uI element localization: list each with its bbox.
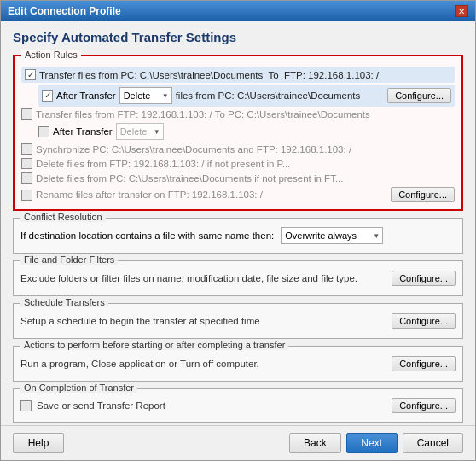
on-completion-row: Save or send Transfer Report Configure..… [20, 394, 456, 417]
conflict-dropdown[interactable]: Overwrite always Skip Ask me [281, 227, 383, 244]
file-folder-configure-button[interactable]: Configure... [392, 271, 456, 286]
rule1-dropdown[interactable]: Delete Move Nothing [119, 87, 172, 104]
actions-before-after-section: Actions to perform before starting or af… [13, 346, 463, 382]
conflict-resolution-section: Conflict Resolution If destination locat… [13, 218, 463, 254]
schedule-transfers-text: Setup a schedule to begin the transfer a… [20, 312, 260, 330]
on-completion-text: Save or send Transfer Report [37, 400, 165, 411]
actions-before-after-text: Run a program, Close application or Turn… [20, 355, 259, 372]
rule2-sub-row: After Transfer Delete [38, 121, 455, 142]
rule6-text: Rename files after transfer on FTP: 192.… [36, 190, 387, 200]
close-button[interactable]: ✕ [455, 5, 468, 17]
rule3-checkbox[interactable] [21, 143, 32, 155]
action-rules-label: Action Rules [21, 50, 81, 60]
file-folder-filters-label: File and Folder Filters [20, 254, 118, 265]
rule4-checkbox[interactable] [21, 158, 32, 169]
rule5-checkbox[interactable] [21, 172, 32, 184]
schedule-configure-button[interactable]: Configure... [392, 313, 456, 329]
rule2-after-transfer-label: After Transfer [53, 126, 113, 137]
rule-row-6: Rename files after transfer on FTP: 192.… [21, 185, 455, 204]
rule3-text: Synchronize PC: C:\Users\trainee\Documen… [36, 144, 455, 155]
rule-row-3: Synchronize PC: C:\Users\trainee\Documen… [21, 142, 455, 156]
rule-row-1: Transfer files from PC: C:\Users\trainee… [21, 67, 455, 83]
schedule-transfers-section: Schedule Transfers Setup a schedule to b… [13, 303, 463, 339]
action-rules-section: Action Rules Transfer files from PC: C:\… [13, 55, 463, 211]
back-button[interactable]: Back [289, 433, 341, 453]
on-completion-section: On Completion of Transfer Save or send T… [13, 388, 463, 423]
rule2-dropdown-wrapper: Delete [116, 123, 164, 140]
rule-row-4: Delete files from FTP: 192.168.1.103: / … [21, 156, 455, 171]
rule-row-2: Transfer files from FTP: 192.168.1.103: … [21, 107, 455, 121]
rule2-dropdown[interactable]: Delete [116, 123, 164, 140]
rule1-after-text: files from PC: C:\Users\trainee\Document… [176, 90, 384, 101]
on-completion-configure-button[interactable]: Configure... [392, 398, 456, 413]
next-button[interactable]: Next [346, 433, 398, 453]
rule4-text: Delete files from FTP: 192.168.1.103: / … [36, 159, 455, 169]
main-window: Edit Connection Profile ✕ Specify Automa… [0, 0, 476, 461]
on-completion-left: Save or send Transfer Report [20, 400, 165, 411]
rule2-after-transfer-checkbox[interactable] [38, 126, 49, 137]
footer-right: Back Next Cancel [289, 433, 463, 453]
action-rules-content: Transfer files from PC: C:\Users\trainee… [21, 67, 455, 204]
actions-configure-button[interactable]: Configure... [392, 356, 456, 371]
title-bar: Edit Connection Profile ✕ [1, 1, 475, 21]
conflict-resolution-label: Conflict Resolution [20, 212, 106, 222]
on-completion-label: On Completion of Transfer [20, 382, 137, 393]
rule-row-5: Delete files from PC: C:\Users\trainee\D… [21, 171, 455, 185]
schedule-transfers-label: Schedule Transfers [20, 297, 108, 307]
rule1-sub-row: After Transfer Delete Move Nothing files… [38, 85, 455, 107]
window-title: Edit Connection Profile [8, 5, 121, 17]
on-completion-checkbox[interactable] [20, 400, 32, 411]
rule6-configure-button[interactable]: Configure... [391, 187, 455, 202]
schedule-transfers-row: Setup a schedule to begin the transfer a… [20, 309, 456, 333]
footer: Help Back Next Cancel [1, 425, 475, 460]
help-button[interactable]: Help [13, 433, 64, 453]
file-folder-filters-section: File and Folder Filters Exclude folders … [13, 260, 463, 296]
rule1-configure-button[interactable]: Configure... [387, 88, 451, 103]
file-folder-filters-row: Exclude folders or filter files on name,… [20, 266, 456, 290]
rule1-checkbox[interactable] [25, 69, 36, 80]
rule1-after-transfer-checkbox[interactable] [42, 90, 53, 102]
actions-before-after-label: Actions to perform before starting or af… [20, 340, 288, 350]
title-bar-controls: ✕ [455, 5, 468, 17]
rule1-dropdown-wrapper: Delete Move Nothing [119, 87, 172, 104]
rule2-checkbox[interactable] [21, 108, 32, 120]
rule1-after-transfer-label: After Transfer [56, 90, 116, 101]
page-title: Specify Automated Transfer Settings [13, 30, 463, 44]
conflict-resolution-row: If destination location contains a file … [20, 224, 456, 248]
file-folder-filters-text: Exclude folders or filter files on name,… [20, 270, 357, 287]
rule6-checkbox[interactable] [21, 190, 32, 201]
cancel-button[interactable]: Cancel [403, 433, 463, 453]
actions-before-after-row: Run a program, Close application or Turn… [20, 352, 456, 376]
conflict-dropdown-wrapper: Overwrite always Skip Ask me [281, 227, 383, 244]
conflict-resolution-text: If destination location contains a file … [20, 230, 274, 241]
rule1-text: Transfer files from PC: C:\Users\trainee… [39, 70, 451, 80]
rule5-text: Delete files from PC: C:\Users\trainee\D… [36, 173, 455, 184]
rule2-text: Transfer files from FTP: 192.168.1.103: … [36, 109, 455, 120]
content-area: Specify Automated Transfer Settings Acti… [1, 21, 475, 425]
